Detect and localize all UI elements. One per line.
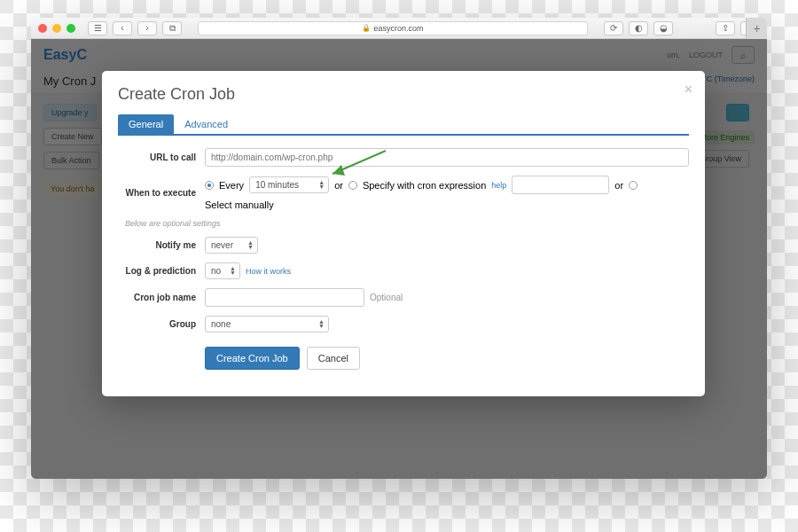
tab-advanced[interactable]: Advanced [174,114,239,134]
manual-text: Select manually [205,200,274,210]
window-controls [38,24,75,33]
zoom-window-icon[interactable] [66,24,75,33]
forward-button[interactable]: › [137,21,157,35]
optional-text: Optional [370,293,403,302]
reader-icon[interactable]: ◐ [629,21,648,35]
modal-tabs: General Advanced [118,114,689,136]
notify-label: Notify me [118,240,205,250]
or2-text: or [614,180,623,191]
privacy-icon[interactable]: ◒ [653,21,673,35]
manual-radio[interactable] [629,181,638,190]
notify-select[interactable]: never [205,237,258,254]
close-window-icon[interactable] [38,24,47,33]
titlebar: ☰ ‹ › ⧉ 🔒 easycron.com ⟳ ◐ ◒ ⇪ ⊞ + [31,18,767,39]
cron-expr-input[interactable] [512,176,609,194]
how-link[interactable]: How it works [246,267,291,276]
lock-icon: 🔒 [362,24,371,32]
share-icon[interactable]: ⇪ [716,21,735,35]
every-text: Every [219,180,244,191]
browser-window: ☰ ‹ › ⧉ 🔒 easycron.com ⟳ ◐ ◒ ⇪ ⊞ + EasyC… [31,18,767,479]
address-bar[interactable]: 🔒 easycron.com [198,21,588,35]
url-input[interactable] [205,148,689,167]
back-button[interactable]: ‹ [113,21,132,35]
submit-button[interactable]: Create Cron Job [205,347,300,370]
help-link[interactable]: help [491,181,506,190]
tabs-icon[interactable]: ⧉ [162,21,182,35]
interval-select[interactable]: 10 minutes [249,176,329,193]
name-label: Cron job name [118,293,205,302]
sidebar-toggle-icon[interactable]: ☰ [88,21,107,35]
url-label: URL to call [118,153,205,162]
every-radio[interactable] [205,181,214,190]
optional-hint: Below are optional settings [125,219,689,228]
minimize-window-icon[interactable] [52,24,61,33]
tab-general[interactable]: General [118,114,174,134]
close-icon[interactable]: × [685,82,692,98]
url-text: easycron.com [373,24,423,33]
page-content: EasyC om, LOGOUT ⌕ My Cron J TC (Timezon… [31,39,767,479]
modal-title: Create Cron Job [118,85,689,104]
log-label: Log & prediction [118,266,205,276]
new-tab-button[interactable]: + [746,18,767,39]
cancel-button[interactable]: Cancel [307,347,360,370]
group-select[interactable]: none [205,316,329,332]
cron-expr-radio[interactable] [348,181,357,190]
reload-icon[interactable]: ⟳ [604,21,623,35]
group-label: Group [118,319,205,329]
when-label: When to execute [118,188,205,198]
name-input[interactable] [205,288,364,307]
create-cron-modal: × Create Cron Job General Advanced URL t… [102,71,705,396]
log-select[interactable]: no [205,262,240,279]
or-text: or [334,180,343,191]
cron-expr-text: Specify with cron expression [363,180,486,191]
